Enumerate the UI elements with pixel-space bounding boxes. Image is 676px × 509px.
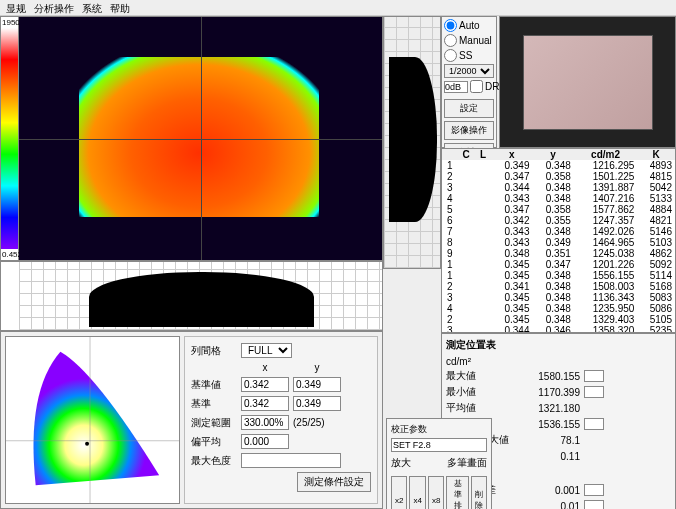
avg-input[interactable] <box>241 434 289 449</box>
table-row[interactable]: 40.3450.3481235.9505086 <box>442 303 675 314</box>
set-button[interactable]: 設定 <box>444 99 494 118</box>
max-value: 1580.155 <box>520 371 580 382</box>
data-table[interactable]: CLxycd/m2K10.3490.3481216.295489320.3470… <box>441 148 676 333</box>
table-header: C <box>457 149 475 160</box>
table-row[interactable]: 40.3430.3481407.2165133 <box>442 193 675 204</box>
auto-radio[interactable]: Auto <box>444 19 494 32</box>
ratio-value: 78.1 <box>520 435 580 446</box>
calibration-panel: 校正参数 放大多筆畫面 x2 x4 x8 基準排列 削除 <box>386 418 492 509</box>
table-row[interactable]: 30.3440.3461358.3205235 <box>442 325 675 333</box>
heatmap-panel: 1950.934 0.452 <box>0 16 383 261</box>
avg-label: 偏平均 <box>191 435 237 449</box>
shutter-select[interactable]: 1/2000 <box>444 64 494 78</box>
menu-system[interactable]: 系统 <box>82 2 102 13</box>
delete-button[interactable]: 削除 <box>471 476 487 509</box>
manual-radio[interactable]: Manual <box>444 34 494 47</box>
table-row[interactable]: 60.3420.3551247.3574821 <box>442 215 675 226</box>
min-color[interactable] <box>584 386 604 398</box>
horiz-profile[interactable] <box>19 262 382 330</box>
mode-select[interactable]: FULL <box>241 343 292 358</box>
db-input[interactable] <box>444 81 468 93</box>
table-row[interactable]: 10.3450.3481556.1555114 <box>442 270 675 281</box>
scale-max: 1950.934 <box>1 17 18 28</box>
maxc-label: 最大色度 <box>191 454 237 468</box>
svg-point-2 <box>85 442 89 446</box>
cie-diagram[interactable] <box>5 336 180 504</box>
menu-help[interactable]: 帮助 <box>110 2 130 13</box>
menu-analysis[interactable]: 分析操作 <box>34 2 74 13</box>
dcenter-value: 0.001 <box>520 485 580 496</box>
menu-bar: 显规 分析操作 系统 帮助 <box>0 0 676 16</box>
max-color[interactable] <box>584 370 604 382</box>
view-button[interactable]: 影像操作 <box>444 121 494 140</box>
table-row[interactable]: 50.3470.3581577.8624884 <box>442 204 675 215</box>
dmax-color[interactable] <box>584 500 604 509</box>
col-x: x <box>241 362 289 373</box>
luminance-heatmap[interactable] <box>19 17 382 260</box>
camera-preview <box>499 16 676 148</box>
table-header: y <box>532 149 573 160</box>
corr-label: 列間格 <box>191 344 237 358</box>
table-row[interactable]: 30.3440.3481391.8875042 <box>442 182 675 193</box>
ss-radio[interactable]: SS <box>444 49 494 62</box>
center-value: 1536.155 <box>520 419 580 430</box>
col-y: y <box>293 362 341 373</box>
center-color[interactable] <box>584 418 604 430</box>
table-row[interactable]: 80.3430.3491464.9655103 <box>442 237 675 248</box>
table-row[interactable]: 10.3490.3481216.2954893 <box>442 160 675 171</box>
std-label: 基準 <box>191 397 237 411</box>
cal-title: 校正参数 <box>391 423 487 436</box>
table-row[interactable]: 20.3410.3481508.0035168 <box>442 281 675 292</box>
exposure-controls: Auto Manual SS 1/2000 DR 設定 影像操作 測定 測定 立… <box>441 16 497 148</box>
var-note: (25/25) <box>293 417 325 428</box>
table-row[interactable]: 10.3450.3471201.2265092 <box>442 259 675 270</box>
stats-title: 測定位置表 <box>446 338 671 352</box>
arrange-button[interactable]: 基準排列 <box>446 476 469 509</box>
max-label: 最大値 <box>446 369 516 383</box>
horiz-profile-panel <box>0 261 383 331</box>
table-header <box>442 149 457 160</box>
avg-label: 平均値 <box>446 401 516 415</box>
vert-profile[interactable] <box>383 16 441 269</box>
min-value: 1170.399 <box>520 387 580 398</box>
cond-button[interactable]: 測定條件設定 <box>297 472 371 492</box>
base-label: 基準値 <box>191 378 237 392</box>
dcenter-color[interactable] <box>584 484 604 496</box>
cal-input[interactable] <box>391 438 487 452</box>
std-y[interactable] <box>293 396 341 411</box>
scale-gradient <box>1 28 18 249</box>
xy-panel: 列間格 FULL xy 基準値 基準 測定範圍(25/25) 偏平均 最大色度 … <box>184 336 378 504</box>
color-scale: 1950.934 0.452 <box>1 17 19 260</box>
zoom-x4[interactable]: x4 <box>409 476 425 509</box>
std-x[interactable] <box>241 396 289 411</box>
dev-value: 0.11 <box>520 451 580 462</box>
preview-screen <box>523 35 653 130</box>
zoom-x8[interactable]: x8 <box>428 476 444 509</box>
zoom-x2[interactable]: x2 <box>391 476 407 509</box>
var-label: 測定範圍 <box>191 416 237 430</box>
dmax-value: 0.01 <box>520 501 580 510</box>
menu-display[interactable]: 显规 <box>6 2 26 13</box>
table-row[interactable]: 20.3450.3481329.4035105 <box>442 314 675 325</box>
table-header: L <box>475 149 491 160</box>
dr-check[interactable]: DR <box>470 80 499 93</box>
base-y[interactable] <box>293 377 341 392</box>
min-label: 最小値 <box>446 385 516 399</box>
zoom-label: 放大 <box>391 456 411 470</box>
unit-label: cd/m² <box>446 356 671 367</box>
multi-label: 多筆畫面 <box>447 456 487 470</box>
table-header: x <box>491 149 532 160</box>
table-header: cd/m2 <box>574 149 638 160</box>
avg-value: 1321.180 <box>520 403 580 414</box>
var-input[interactable] <box>241 415 289 430</box>
table-row[interactable]: 30.3450.3481136.3435083 <box>442 292 675 303</box>
base-x[interactable] <box>241 377 289 392</box>
table-row[interactable]: 20.3470.3581501.2254815 <box>442 171 675 182</box>
table-row[interactable]: 70.3430.3481492.0265146 <box>442 226 675 237</box>
maxc-input[interactable] <box>241 453 341 468</box>
table-row[interactable]: 90.3480.3511245.0384862 <box>442 248 675 259</box>
scale-min: 0.452 <box>1 249 18 260</box>
table-header: K <box>637 149 675 160</box>
